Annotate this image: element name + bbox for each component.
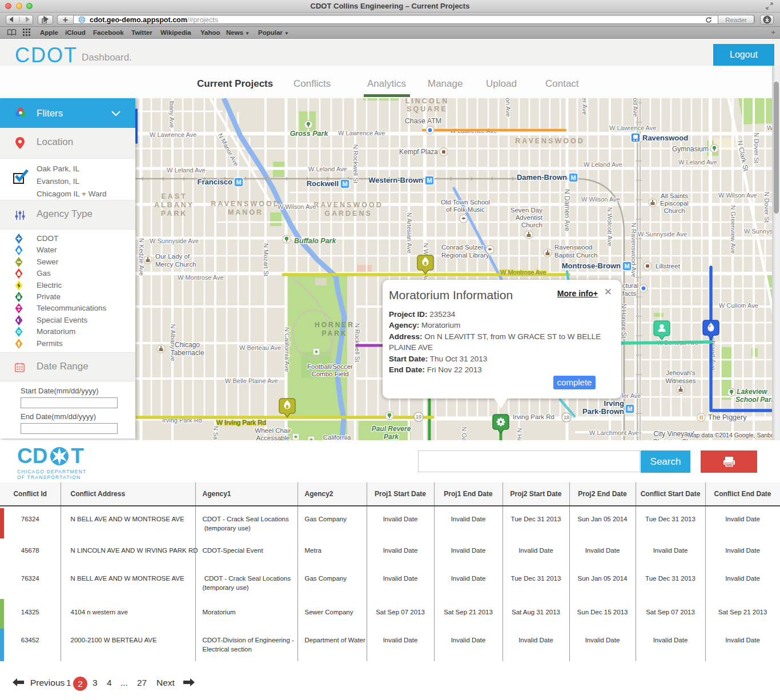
- svg-text:of Folk Music: of Folk Music: [446, 206, 485, 213]
- svg-text:N Damen Ave: N Damen Ave: [563, 189, 571, 231]
- svg-text:Rockwell: Rockwell: [307, 179, 339, 188]
- svg-text:N Kedzie Ave: N Kedzie Ave: [138, 238, 145, 276]
- svg-text:W Sunnyside Ave: W Sunnyside Ave: [150, 238, 199, 244]
- svg-text:W Larchmont Ave: W Larchmont Ave: [589, 429, 639, 436]
- svg-text:W Leland Ave: W Leland Ave: [584, 161, 622, 168]
- svg-text:Ravenswood: Ravenswood: [554, 244, 592, 251]
- svg-text:EAST: EAST: [161, 192, 187, 200]
- svg-text:MANOR: MANOR: [228, 208, 263, 216]
- svg-text:N California Ave: N California Ave: [284, 327, 291, 372]
- svg-text:W Lawrence Ave: W Lawrence Ave: [609, 124, 656, 131]
- svg-text:Jehovah's: Jehovah's: [666, 369, 695, 376]
- svg-text:Lakeview: Lakeview: [737, 388, 767, 396]
- svg-text:HORNER: HORNER: [315, 321, 355, 329]
- svg-text:Irving Park Rd: Irving Park Rd: [513, 413, 554, 420]
- svg-text:facts: facts: [622, 290, 637, 297]
- svg-text:LINCOLN: LINCOLN: [405, 98, 449, 105]
- svg-text:Park: Park: [384, 433, 399, 440]
- svg-text:W Lawrence Ave: W Lawrence Ave: [150, 131, 196, 138]
- svg-text:School Parl: School Parl: [735, 396, 772, 404]
- svg-text:ler Ave: ler Ave: [622, 392, 641, 399]
- svg-text:N Dover St: N Dover St: [763, 192, 770, 223]
- svg-text:Montrose-Brown: Montrose-Brown: [562, 262, 621, 270]
- svg-text:W Irving Park Rd: W Irving Park Rd: [216, 419, 266, 426]
- svg-text:W Sunnyside Ave: W Sunnyside Ave: [638, 231, 687, 238]
- svg-text:W Leland Ave: W Leland Ave: [167, 167, 206, 174]
- svg-text:Chicago: Chicago: [175, 341, 200, 349]
- svg-text:19: 19: [564, 415, 569, 420]
- svg-text:Paul Revere: Paul Revere: [372, 425, 411, 433]
- svg-text:Buffalo Park: Buffalo Park: [294, 237, 336, 245]
- svg-text:N Rockwell St: N Rockwell St: [354, 323, 361, 362]
- svg-text:N Ha: N Ha: [516, 428, 523, 440]
- svg-text:Gross Park: Gross Park: [290, 130, 329, 138]
- svg-text:M: M: [427, 177, 432, 184]
- svg-text:California: California: [323, 434, 351, 440]
- svg-text:M: M: [624, 263, 629, 269]
- svg-text:M: M: [236, 179, 241, 186]
- svg-text:ctural: ctural: [622, 282, 638, 289]
- svg-text:W Montrose Ave: W Montrose Ave: [178, 274, 224, 281]
- svg-text:Episcopal: Episcopal: [660, 200, 689, 207]
- svg-text:GARDENS: GARDENS: [324, 210, 372, 218]
- svg-text:Combo Field: Combo Field: [311, 371, 348, 377]
- svg-text:Our Lady of: Our Lady of: [155, 253, 190, 260]
- svg-text:N Wolcott Ave: N Wolcott Ave: [606, 207, 613, 247]
- svg-text:Chase ATM: Chase ATM: [405, 117, 441, 125]
- svg-text:Ravenswood: Ravenswood: [642, 134, 688, 142]
- svg-text:N Dover St: N Dover St: [753, 132, 760, 163]
- svg-text:Witnesses: Witnesses: [665, 377, 695, 384]
- svg-text:All Saints: All Saints: [661, 192, 688, 199]
- svg-text:RAVENSWOOD: RAVENSWOOD: [313, 201, 383, 209]
- svg-text:M: M: [570, 174, 576, 181]
- svg-text:N Oa: N Oa: [461, 427, 468, 440]
- svg-text:Lillstreet: Lillstreet: [656, 263, 681, 269]
- svg-text:Church: Church: [521, 222, 542, 228]
- svg-text:lbany Ave: lbany Ave: [168, 100, 175, 128]
- svg-text:N Sa: N Sa: [212, 426, 219, 440]
- svg-text:Kempf Plaza: Kempf Plaza: [399, 148, 438, 156]
- svg-text:W Wilson Ave: W Wilson Ave: [718, 192, 757, 199]
- svg-text:W Wilson Ave: W Wilson Ave: [581, 196, 620, 203]
- svg-text:Irving: Irving: [604, 399, 624, 408]
- svg-text:Mercy Church: Mercy Church: [155, 261, 196, 268]
- svg-text:ALBANY: ALBANY: [154, 201, 194, 209]
- svg-text:er Ave: er Ave: [581, 98, 588, 115]
- svg-text:Seven Day: Seven Day: [510, 207, 543, 214]
- svg-text:The Piggery: The Piggery: [708, 413, 747, 421]
- svg-text:od Ave: od Ave: [632, 98, 639, 117]
- svg-text:RAVENSWOOD: RAVENSWOOD: [211, 200, 280, 208]
- svg-text:N Rockwell St: N Rockwell St: [352, 144, 359, 183]
- svg-text:Gymnasium: Gymnasium: [672, 145, 709, 153]
- svg-text:W Law: W Law: [767, 124, 772, 131]
- svg-text:RAVENSWOOD: RAVENSWOOD: [515, 137, 584, 145]
- svg-text:Accessable: Accessable: [256, 435, 290, 440]
- svg-text:SQUARE: SQUARE: [407, 105, 447, 113]
- svg-text:W Lawrence Ave: W Lawrence Ave: [338, 130, 385, 136]
- svg-text:PARK: PARK: [161, 210, 188, 218]
- svg-text:N Artesian Ave: N Artesian Ave: [406, 212, 413, 254]
- svg-text:Western-Brown: Western-Brown: [368, 176, 423, 184]
- svg-text:Regional Library: Regional Library: [441, 252, 489, 259]
- svg-text:Adventist: Adventist: [516, 214, 543, 221]
- svg-text:N Mozart St: N Mozart St: [263, 243, 270, 276]
- svg-text:19: 19: [416, 414, 421, 420]
- svg-text:Baptist Church: Baptist Church: [554, 252, 597, 259]
- svg-text:W Belle Plaine Ave: W Belle Plaine Ave: [225, 377, 278, 384]
- svg-text:Football/Soccer: Football/Soccer: [307, 363, 353, 370]
- svg-text:W Montrose Ave: W Montrose Ave: [500, 269, 546, 276]
- svg-text:W Sunnysi: W Sunnysi: [744, 228, 772, 235]
- svg-text:Damen-Brown: Damen-Brown: [517, 173, 567, 182]
- svg-text:W Berteau Ave: W Berteau Ave: [239, 344, 281, 351]
- svg-text:Tabernacle: Tabernacle: [171, 349, 204, 357]
- svg-text:W Cullom Ave: W Cullom Ave: [719, 302, 758, 309]
- svg-text:Map data ©2014 Google, Sanbo: Map data ©2014 Google, Sanbo: [688, 432, 772, 438]
- svg-text:Wheel Chair: Wheel Chair: [255, 427, 291, 434]
- svg-text:on Ave: on Ave: [505, 98, 512, 117]
- svg-text:N Greenview Ave: N Greenview Ave: [730, 206, 737, 254]
- svg-text:Francisco: Francisco: [198, 178, 232, 186]
- svg-text:W Leland Ave: W Leland Ave: [678, 159, 717, 166]
- svg-text:M: M: [342, 180, 347, 187]
- svg-text:Church: Church: [664, 207, 685, 214]
- svg-text:W Leland Ave: W Leland Ave: [308, 166, 347, 172]
